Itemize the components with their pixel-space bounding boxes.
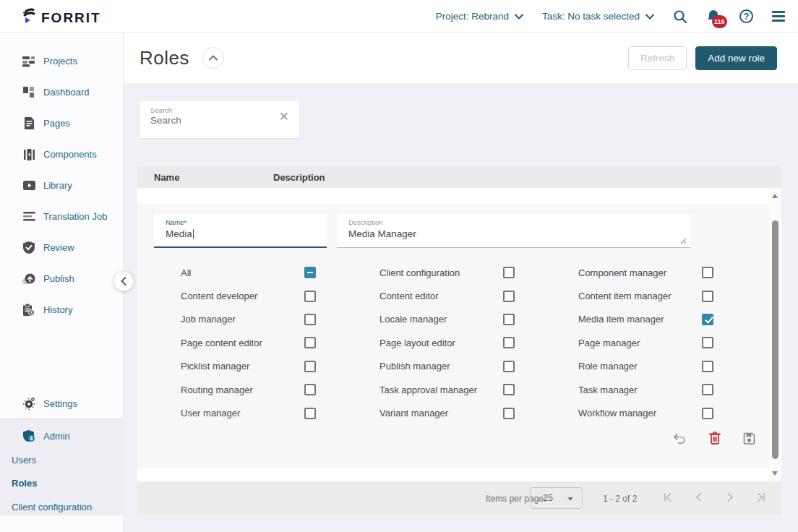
checkbox[interactable] xyxy=(503,314,515,325)
checkbox[interactable] xyxy=(503,291,515,302)
checkbox[interactable] xyxy=(304,291,316,302)
scroll-down-arrow[interactable] xyxy=(772,471,778,476)
checkbox[interactable] xyxy=(503,337,515,348)
permission-item[interactable]: User manager xyxy=(181,401,379,424)
notifications-bell-icon[interactable]: 116 xyxy=(706,9,721,24)
checkbox[interactable] xyxy=(702,384,713,395)
search-icon[interactable] xyxy=(673,9,687,24)
checkbox[interactable] xyxy=(304,314,316,325)
checkbox[interactable] xyxy=(702,314,713,325)
permission-item[interactable]: Page content editor xyxy=(181,331,379,354)
scrollbar-thumb[interactable] xyxy=(772,220,778,459)
sidebar-item-admin[interactable]: Admin xyxy=(0,424,124,448)
sidebar-item-history[interactable]: History xyxy=(0,294,124,325)
sidebar-item-label: Components xyxy=(43,149,97,160)
sidebar-item-roles[interactable]: Roles xyxy=(12,472,37,494)
save-icon[interactable] xyxy=(743,432,755,445)
checkbox[interactable] xyxy=(702,361,713,372)
search-field[interactable]: Search Search ✕ xyxy=(140,101,299,138)
last-page-icon[interactable] xyxy=(755,491,768,504)
role-name-input[interactable]: Media xyxy=(166,228,194,239)
sidebar-item-label: Settings xyxy=(43,398,77,409)
permission-item[interactable]: Routing manager xyxy=(181,378,379,401)
roles-table: Name Description Name* Media Description… xyxy=(137,166,781,515)
sidebar-collapse-button[interactable] xyxy=(113,271,134,291)
checkbox[interactable] xyxy=(503,384,515,395)
search-input[interactable]: Search xyxy=(150,115,181,126)
permission-item[interactable]: Content item manager xyxy=(578,284,777,307)
collapse-panel-button[interactable] xyxy=(202,47,224,69)
refresh-button[interactable]: Refresh xyxy=(628,46,687,70)
permission-item[interactable]: Workflow manager xyxy=(578,401,777,424)
permission-item[interactable]: Content editor xyxy=(379,284,578,307)
sidebar-item-client-configuration[interactable]: Client configuration xyxy=(12,496,92,518)
permission-item[interactable]: Client configuration xyxy=(379,261,578,284)
delete-trash-icon[interactable] xyxy=(709,432,721,445)
permission-item[interactable]: Publish manager xyxy=(379,355,578,378)
library-icon xyxy=(22,180,36,191)
add-new-role-button[interactable]: Add new role xyxy=(695,46,777,70)
page-range-label: 1 - 2 of 2 xyxy=(603,494,637,504)
permission-item[interactable]: All xyxy=(181,261,379,284)
permission-item[interactable]: Component manager xyxy=(578,261,777,284)
permission-item[interactable]: Page layout editor xyxy=(379,331,578,354)
permission-item[interactable]: Locale manager xyxy=(379,308,578,331)
scroll-up-arrow[interactable] xyxy=(772,194,778,198)
permission-item[interactable]: Role manager xyxy=(578,355,777,378)
checkbox[interactable] xyxy=(503,267,515,278)
checkbox[interactable] xyxy=(503,361,515,372)
permission-item[interactable]: Page manager xyxy=(578,331,777,354)
search-field-label: Search xyxy=(150,106,172,114)
help-icon[interactable]: ? xyxy=(739,9,753,23)
sidebar-item-translation-job[interactable]: Translation Job xyxy=(0,201,124,232)
hamburger-menu-icon[interactable] xyxy=(772,11,785,22)
first-page-icon[interactable] xyxy=(661,491,674,504)
sidebar-item-pages[interactable]: Pages xyxy=(0,108,124,139)
checkbox[interactable] xyxy=(702,267,713,278)
previous-page-icon[interactable] xyxy=(692,491,705,504)
sidebar-item-label: Roles xyxy=(12,478,37,489)
task-selector[interactable]: Task: No task selected xyxy=(542,11,654,22)
forrit-logo[interactable]: FORRIT xyxy=(22,7,101,25)
sidebar-item-label: Library xyxy=(43,180,72,191)
sidebar-item-library[interactable]: Library xyxy=(0,170,124,201)
forrit-logo-icon xyxy=(22,7,40,25)
checkbox[interactable] xyxy=(702,291,713,302)
permission-item[interactable]: Variant manager xyxy=(379,401,578,424)
permission-item[interactable]: Job manager xyxy=(181,308,379,331)
checkbox[interactable] xyxy=(304,408,316,419)
permission-label: Component manager xyxy=(578,267,702,278)
items-per-page-select[interactable]: 25 xyxy=(530,487,583,509)
sidebar-item-dashboard[interactable]: Dashboard xyxy=(0,77,124,108)
permission-item[interactable]: Task manager xyxy=(578,378,777,401)
resize-handle-icon[interactable] xyxy=(679,237,687,244)
clear-search-icon[interactable]: ✕ xyxy=(279,111,289,123)
permission-item[interactable]: Picklist manager xyxy=(181,355,379,378)
checkbox[interactable] xyxy=(304,384,316,395)
vertical-scrollbar[interactable] xyxy=(769,188,781,481)
next-page-icon[interactable] xyxy=(724,491,737,504)
sidebar-item-components[interactable]: Components xyxy=(0,139,124,170)
sidebar-item-projects[interactable]: Projects xyxy=(0,46,124,77)
permission-item[interactable]: Task approval manager xyxy=(379,378,578,401)
permission-item[interactable]: Content developer xyxy=(181,284,379,307)
checkbox[interactable] xyxy=(503,408,515,419)
role-name-field[interactable]: Name* Media xyxy=(154,214,327,248)
role-description-input[interactable]: Media Manager xyxy=(348,228,416,239)
checkbox[interactable] xyxy=(304,267,316,278)
sidebar-item-review[interactable]: Review xyxy=(0,232,124,263)
checkbox[interactable] xyxy=(702,337,713,348)
sidebar-item-settings[interactable]: Settings xyxy=(0,388,124,419)
checkbox[interactable] xyxy=(304,361,316,372)
undo-icon[interactable] xyxy=(672,432,686,445)
permission-item[interactable]: Media item manager xyxy=(578,308,777,331)
components-icon xyxy=(22,149,36,160)
role-description-field[interactable]: Description Media Manager xyxy=(337,214,690,248)
sidebar-item-label: Dashboard xyxy=(43,87,90,98)
sidebar-item-users[interactable]: Users xyxy=(12,449,36,471)
project-selector[interactable]: Project: Rebrand xyxy=(436,11,523,22)
pagination-bar: Items per page: 25 1 - 2 of 2 xyxy=(137,481,781,515)
sidebar-item-publish[interactable]: Publish xyxy=(0,263,124,294)
checkbox[interactable] xyxy=(304,337,316,348)
checkbox[interactable] xyxy=(702,408,713,419)
